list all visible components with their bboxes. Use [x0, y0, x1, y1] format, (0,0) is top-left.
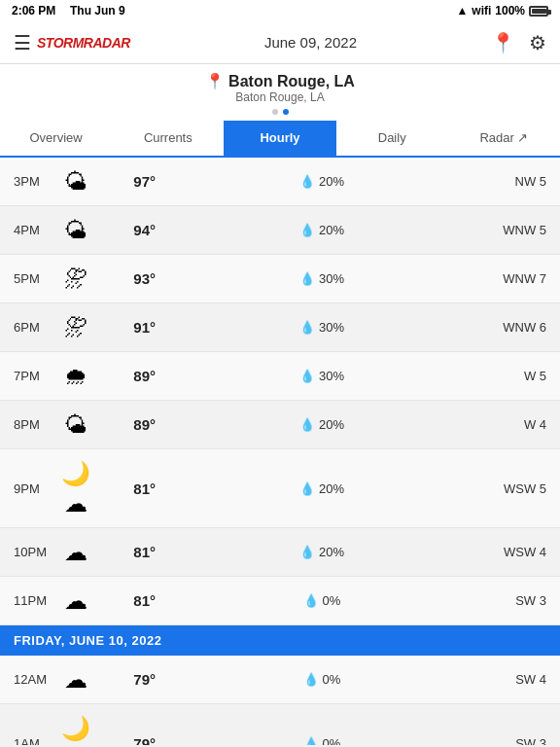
weather-row: 7PM 🌧 89° 💧 30% W 5: [0, 352, 560, 401]
nav-title: June 09, 2022: [264, 34, 357, 51]
row-precip: 💧 0%: [156, 672, 488, 687]
row-weather-icon: ☁: [54, 664, 97, 694]
row-wind: WSW 5: [488, 481, 546, 496]
drop-icon: 💧: [299, 369, 315, 383]
row-time: 7PM: [14, 369, 54, 383]
row-temp: 89°: [97, 416, 156, 433]
row-time: 8PM: [14, 417, 54, 432]
row-temp: 94°: [97, 222, 156, 238]
row-temp: 93°: [97, 270, 156, 287]
wifi-icon: wifi: [472, 4, 491, 18]
row-wind: W 4: [488, 417, 546, 432]
row-precip: 💧 20%: [156, 545, 488, 559]
nav-bar: ☰ STORMRADAR June 09, 2022 📍 ⚙: [0, 21, 560, 64]
row-temp: 89°: [97, 368, 156, 384]
row-wind: NW 5: [488, 174, 546, 189]
location-button[interactable]: 📍: [491, 31, 515, 54]
weather-row: 9PM 🌙☁ 81° 💧 20% WSW 5: [0, 449, 560, 528]
row-precip: 💧 0%: [156, 593, 488, 608]
row-time: 1AM: [14, 736, 54, 746]
row-precip: 💧 30%: [156, 320, 488, 335]
row-precip: 💧 30%: [156, 271, 488, 286]
row-precip: 💧 30%: [156, 369, 488, 383]
time-display: 2:06 PM: [12, 4, 55, 18]
battery-icon: [529, 6, 548, 17]
app-logo: STORMRADAR: [37, 35, 130, 51]
nav-icons: 📍 ⚙: [491, 31, 546, 54]
drop-icon: 💧: [303, 736, 319, 746]
status-left: 2:06 PM Thu Jun 9: [12, 4, 125, 18]
row-weather-icon: 🌙☁: [54, 713, 97, 745]
row-temp: 81°: [97, 480, 156, 497]
row-precip: 💧 20%: [156, 223, 488, 237]
drop-icon: 💧: [299, 271, 315, 286]
row-temp: 97°: [97, 173, 156, 190]
location-dots: [0, 109, 560, 115]
row-weather-icon: ☁: [54, 586, 97, 616]
row-weather-icon: 🌤: [54, 409, 97, 440]
row-time: 5PM: [14, 271, 54, 286]
tab-overview[interactable]: Overview: [0, 121, 112, 158]
row-temp: 91°: [97, 319, 156, 336]
row-wind: SW 4: [488, 672, 546, 687]
row-wind: WNW 5: [488, 223, 546, 237]
row-precip: 💧 0%: [156, 736, 488, 746]
row-wind: SW 3: [488, 736, 546, 746]
signal-icon: ▲: [456, 4, 468, 18]
row-time: 12AM: [14, 672, 54, 687]
drop-icon: 💧: [303, 672, 319, 687]
tab-currents[interactable]: Currents: [112, 121, 224, 158]
nav-logo: ☰ STORMRADAR: [14, 31, 130, 54]
row-wind: WNW 7: [488, 271, 546, 286]
weather-list: 3PM 🌤 97° 💧 20% NW 5 4PM 🌤 94° 💧 20% WNW…: [0, 158, 560, 745]
dot-2: [283, 109, 289, 115]
date-header: FRIDAY, JUNE 10, 2022: [0, 625, 560, 656]
tab-bar: Overview Currents Hourly Daily Radar ↗: [0, 121, 560, 158]
row-time: 9PM: [14, 481, 54, 496]
drop-icon: 💧: [303, 593, 319, 608]
drop-icon: 💧: [299, 320, 315, 335]
row-temp: 79°: [97, 735, 156, 746]
row-weather-icon: 🌧: [54, 361, 97, 391]
row-time: 3PM: [14, 174, 54, 189]
row-weather-icon: 🌙☁: [54, 458, 97, 518]
row-time: 6PM: [14, 320, 54, 335]
row-wind: SW 3: [488, 593, 546, 608]
weather-row: 5PM ⛈ 93° 💧 30% WNW 7: [0, 255, 560, 303]
drop-icon: 💧: [299, 417, 315, 432]
weather-row: 4PM 🌤 94° 💧 20% WNW 5: [0, 206, 560, 255]
row-wind: WSW 4: [488, 545, 546, 559]
weather-row: 3PM 🌤 97° 💧 20% NW 5: [0, 158, 560, 206]
tab-daily[interactable]: Daily: [336, 121, 448, 158]
settings-button[interactable]: ⚙: [529, 31, 546, 54]
location-header: 📍 Baton Rouge, LA Baton Rouge, LA: [0, 64, 560, 121]
row-wind: W 5: [488, 369, 546, 383]
row-weather-icon: ⛈: [54, 312, 97, 342]
tab-hourly[interactable]: Hourly: [224, 121, 335, 158]
tab-radar[interactable]: Radar ↗: [448, 121, 560, 158]
row-precip: 💧 20%: [156, 417, 488, 432]
row-time: 11PM: [14, 593, 54, 608]
row-weather-icon: 🌤: [54, 166, 97, 196]
drop-icon: 💧: [299, 174, 315, 189]
battery-label: 100%: [495, 4, 525, 18]
location-name: 📍 Baton Rouge, LA: [0, 72, 560, 90]
row-temp: 81°: [97, 592, 156, 609]
menu-button[interactable]: ☰: [14, 31, 31, 54]
row-weather-icon: ⛈: [54, 264, 97, 294]
drop-icon: 💧: [299, 481, 315, 496]
row-time: 10PM: [14, 545, 54, 559]
status-right: ▲ wifi 100%: [456, 4, 548, 18]
row-temp: 79°: [97, 671, 156, 688]
row-precip: 💧 20%: [156, 481, 488, 496]
row-precip: 💧 20%: [156, 174, 488, 189]
location-sub: Baton Rouge, LA: [0, 90, 560, 104]
drop-icon: 💧: [299, 545, 315, 559]
day-display: Thu Jun 9: [70, 4, 125, 18]
weather-row: 11PM ☁ 81° 💧 0% SW 3: [0, 577, 560, 625]
weather-row: 8PM 🌤 89° 💧 20% W 4: [0, 401, 560, 449]
row-temp: 81°: [97, 544, 156, 560]
weather-row: 10PM ☁ 81° 💧 20% WSW 4: [0, 528, 560, 577]
row-time: 4PM: [14, 223, 54, 237]
drop-icon: 💧: [299, 223, 315, 237]
